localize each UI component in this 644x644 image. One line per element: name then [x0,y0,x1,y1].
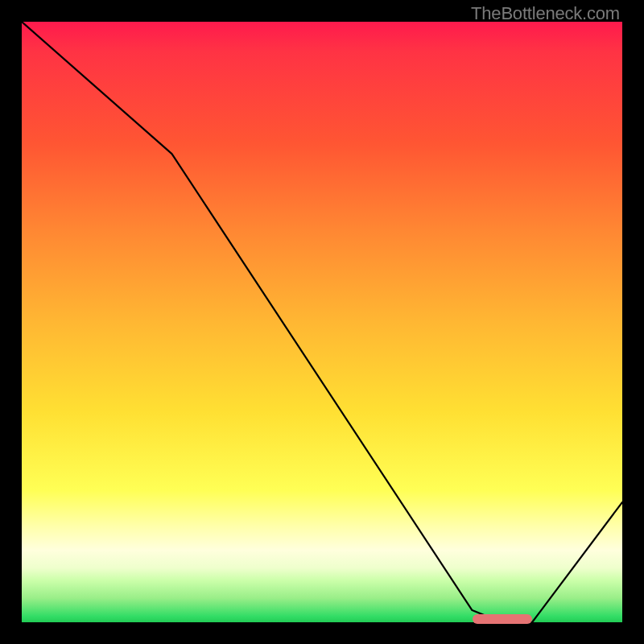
optimal-range-marker [473,614,533,624]
bottleneck-curve [22,22,622,622]
plot-area [22,22,622,622]
curve-svg [22,22,622,622]
figure-container: TheBottleneck.com [0,0,644,644]
